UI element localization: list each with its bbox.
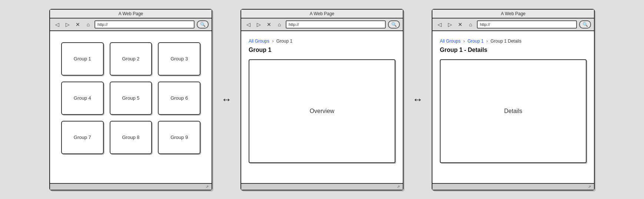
- back-button[interactable]: ◁: [53, 20, 61, 29]
- search-button-2[interactable]: 🔍: [388, 20, 400, 29]
- groups-grid: Group 1 Group 2 Group 3 Group 4 Group 5 …: [57, 39, 204, 158]
- browser-2: A Web Page ◁ ▷ ✕ ⌂ 🔍 All Groups › Group …: [240, 9, 404, 190]
- browser-2-toolbar: ◁ ▷ ✕ ⌂ 🔍: [241, 19, 403, 31]
- address-bar-1[interactable]: [94, 20, 195, 29]
- arrow-2-icon: ↔: [412, 94, 423, 106]
- home-button[interactable]: ⌂: [84, 20, 92, 29]
- home-button-2[interactable]: ⌂: [275, 20, 283, 29]
- back-button-3[interactable]: ◁: [435, 20, 444, 29]
- browser-1-content: Group 1 Group 2 Group 3 Group 4 Group 5 …: [50, 31, 212, 183]
- breadcrumb-group1: Group 1: [276, 39, 292, 44]
- browser-3: A Web Page ◁ ▷ ✕ ⌂ 🔍 All Groups › Group …: [432, 9, 595, 190]
- group-card-5[interactable]: Group 5: [110, 82, 152, 115]
- breadcrumb-details: Group 1 Details: [491, 39, 521, 44]
- group-card-9[interactable]: Group 9: [158, 121, 200, 154]
- arrow-connector-2: ↔: [410, 94, 425, 106]
- browser-3-content: All Groups › Group 1 › Group 1 Details G…: [432, 31, 594, 183]
- breadcrumb-all-groups-3[interactable]: All Groups: [440, 39, 461, 44]
- footer-icon-2: ⇗: [397, 185, 400, 189]
- browser-1-title: A Web Page: [50, 10, 212, 19]
- breadcrumb-sep-3b: ›: [486, 39, 488, 44]
- search-button-1[interactable]: 🔍: [197, 20, 209, 29]
- details-label: Details: [504, 108, 522, 115]
- browser-2-content: All Groups › Group 1 Group 1 Overview: [241, 31, 403, 183]
- browser-2-title: A Web Page: [241, 10, 403, 19]
- browser-3-page-title: Group 1 - Details: [440, 47, 587, 53]
- footer-icon-1: ⇗: [206, 185, 209, 189]
- scene: A Web Page ◁ ▷ ✕ ⌂ 🔍 Group 1 Group 2 Gro…: [49, 9, 595, 190]
- breadcrumb-2: All Groups › Group 1: [249, 39, 395, 44]
- group-card-7[interactable]: Group 7: [61, 121, 104, 154]
- breadcrumb-sep-1: ›: [272, 39, 273, 44]
- browser-2-page-title: Group 1: [249, 47, 395, 53]
- stop-button-3[interactable]: ✕: [456, 20, 464, 29]
- group-card-4[interactable]: Group 4: [61, 82, 104, 115]
- breadcrumb-3: All Groups › Group 1 › Group 1 Details: [440, 39, 587, 44]
- group-card-3[interactable]: Group 3: [158, 42, 200, 76]
- forward-button-2[interactable]: ▷: [255, 20, 263, 29]
- address-bar-2[interactable]: [286, 20, 386, 29]
- browser-3-toolbar: ◁ ▷ ✕ ⌂ 🔍: [432, 19, 594, 31]
- browser-3-title: A Web Page: [432, 10, 594, 19]
- arrow-1-icon: ↔: [221, 94, 232, 106]
- browser-1-toolbar: ◁ ▷ ✕ ⌂ 🔍: [50, 19, 212, 31]
- breadcrumb-group1-3[interactable]: Group 1: [468, 39, 484, 44]
- address-bar-3[interactable]: [477, 20, 577, 29]
- search-button-3[interactable]: 🔍: [579, 20, 591, 29]
- browser-1: A Web Page ◁ ▷ ✕ ⌂ 🔍 Group 1 Group 2 Gro…: [49, 9, 212, 190]
- overview-label: Overview: [310, 108, 335, 115]
- forward-button-3[interactable]: ▷: [446, 20, 454, 29]
- footer-icon-3: ⇗: [588, 185, 591, 189]
- breadcrumb-sep-3a: ›: [463, 39, 465, 44]
- stop-button[interactable]: ✕: [74, 20, 82, 29]
- group-card-1[interactable]: Group 1: [61, 42, 104, 76]
- details-box: Details: [440, 59, 587, 163]
- arrow-connector-1: ↔: [219, 94, 234, 106]
- breadcrumb-all-groups[interactable]: All Groups: [249, 39, 269, 44]
- forward-button[interactable]: ▷: [63, 20, 72, 29]
- overview-box: Overview: [249, 59, 395, 163]
- back-button-2[interactable]: ◁: [244, 20, 252, 29]
- group-card-8[interactable]: Group 8: [110, 121, 152, 154]
- group-card-6[interactable]: Group 6: [158, 82, 200, 115]
- browser-2-footer: ⇗: [241, 183, 403, 190]
- browser-1-footer: ⇗: [50, 183, 212, 190]
- stop-button-2[interactable]: ✕: [265, 20, 273, 29]
- group-card-2[interactable]: Group 2: [110, 42, 152, 76]
- browser-3-footer: ⇗: [432, 183, 594, 190]
- home-button-3[interactable]: ⌂: [467, 20, 475, 29]
